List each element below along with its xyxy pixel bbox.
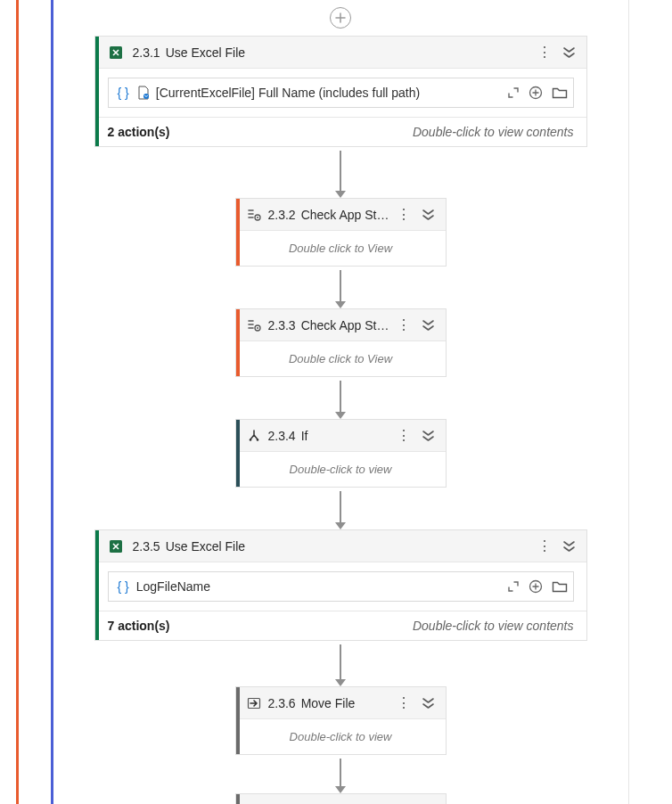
accent-bar — [236, 420, 240, 487]
step-title: Check App St… — [301, 208, 397, 222]
check-app-state-icon — [247, 318, 261, 332]
excel-icon — [108, 45, 124, 61]
activity-header[interactable]: 2.3.3 Check App St… ⋮ — [236, 309, 446, 341]
menu-dots-icon[interactable]: ⋮ — [397, 696, 411, 710]
step-title: Use Excel File — [166, 539, 537, 554]
plus-icon — [335, 12, 346, 23]
flow-connector — [335, 147, 346, 198]
collapse-icon[interactable] — [562, 46, 576, 59]
menu-dots-icon[interactable]: ⋮ — [537, 539, 552, 554]
flow-connector — [335, 377, 346, 419]
flow-connector — [335, 488, 346, 529]
accent-bar — [236, 794, 240, 804]
action-count: 2 action(s) — [108, 125, 170, 139]
outer-rail-blue — [51, 0, 53, 804]
action-count: 7 action(s) — [108, 619, 170, 633]
flow-connector — [335, 641, 346, 686]
footer-hint: Double-click to view contents — [413, 125, 574, 139]
expand-corner-icon[interactable] — [507, 580, 520, 593]
activity-use-excel-file-1[interactable]: 2.3.1 Use Excel File ⋮ { } [CurrentExcel… — [94, 36, 587, 147]
activity-header[interactable]: 2.3.5 Use Excel File ⋮ — [95, 530, 586, 562]
activity-header[interactable]: 2.3.2 Check App St… ⋮ — [236, 199, 446, 231]
step-title: Use Excel File — [166, 45, 537, 60]
excel-path-text: [CurrentExcelFile] Full Name (includes f… — [156, 86, 502, 100]
activity-body-hint: Double-click to view — [236, 719, 446, 754]
collapse-icon[interactable] — [422, 697, 435, 710]
svg-point-8 — [256, 439, 258, 441]
svg-point-7 — [249, 439, 251, 441]
activity-header[interactable]: 2.3.4 If ⋮ — [236, 420, 446, 452]
excel-path-input[interactable]: { } [CurrentExcelFile] Full Name (includ… — [108, 78, 574, 108]
move-file-icon — [247, 696, 261, 710]
activity-footer[interactable]: 7 action(s) Double-click to view content… — [95, 611, 586, 640]
menu-dots-icon[interactable]: ⋮ — [397, 318, 411, 332]
collapse-icon[interactable] — [422, 209, 435, 221]
activity-header[interactable]: 2.3.1 Use Excel File ⋮ — [95, 37, 586, 69]
add-item-circle-icon[interactable] — [529, 579, 543, 594]
if-branch-icon — [247, 429, 261, 443]
collapse-icon[interactable] — [422, 319, 435, 332]
activity-body-hint: Double-click to view — [236, 452, 446, 487]
add-item-circle-icon[interactable] — [529, 86, 543, 100]
check-app-state-icon — [247, 208, 261, 222]
footer-hint: Double-click to view contents — [413, 619, 574, 633]
folder-icon[interactable] — [552, 580, 568, 593]
menu-dots-icon[interactable]: ⋮ — [397, 208, 411, 222]
menu-dots-icon[interactable]: ⋮ — [397, 429, 411, 443]
collapse-icon[interactable] — [562, 540, 576, 553]
step-number: 2.3.2 — [268, 208, 296, 222]
add-activity-button[interactable] — [330, 7, 351, 29]
file-mail-icon — [136, 86, 151, 100]
step-number: 2.3.3 — [268, 318, 296, 332]
expression-braces-icon[interactable]: { } — [116, 86, 131, 100]
activity-footer[interactable]: 2 action(s) Double-click to view content… — [95, 117, 586, 146]
activity-if[interactable]: 2.3.4 If ⋮ Double-click to view — [235, 419, 447, 488]
activity-header[interactable]: 2.3.6 Move File ⋮ — [236, 687, 446, 719]
accent-bar — [236, 309, 240, 376]
activity-check-app-state-1[interactable]: 2.3.2 Check App St… ⋮ Double click to Vi… — [235, 198, 447, 267]
excel-icon — [108, 538, 124, 554]
activity-use-excel-file-2[interactable]: 2.3.5 Use Excel File ⋮ { } LogFileName — [94, 529, 587, 641]
accent-bar — [95, 37, 99, 146]
step-number: 2.3.4 — [268, 429, 296, 443]
step-title: Check App St… — [301, 318, 397, 332]
excel-path-text: LogFileName — [136, 579, 502, 594]
flow-connector — [335, 755, 346, 793]
outer-rail-right — [628, 0, 629, 804]
activity-move-file[interactable]: 2.3.6 Move File ⋮ Double-click to view — [235, 686, 447, 755]
workflow-canvas: 2.3.1 Use Excel File ⋮ { } [CurrentExcel… — [71, 0, 610, 804]
excel-path-input[interactable]: { } LogFileName — [108, 571, 574, 602]
activity-header[interactable]: 2.3.7 Break ⋮ — [236, 794, 446, 804]
step-number: 2.3.6 — [268, 696, 296, 710]
step-number: 2.3.1 — [133, 45, 160, 60]
folder-icon[interactable] — [552, 86, 568, 99]
step-title: If — [301, 429, 397, 443]
svg-point-4 — [257, 217, 258, 218]
step-number: 2.3.5 — [133, 539, 160, 554]
accent-bar — [236, 199, 240, 266]
step-title: Move File — [301, 696, 397, 710]
activity-body-hint: Double click to View — [236, 231, 446, 266]
accent-bar — [236, 687, 240, 754]
activity-break[interactable]: 2.3.7 Break ⋮ — [235, 793, 447, 804]
menu-dots-icon[interactable]: ⋮ — [537, 45, 552, 60]
outer-rail-orange — [16, 0, 19, 804]
activity-body-hint: Double click to View — [236, 341, 446, 376]
collapse-icon[interactable] — [422, 430, 435, 442]
flow-connector — [335, 267, 346, 308]
accent-bar — [95, 530, 99, 640]
expression-braces-icon[interactable]: { } — [116, 579, 131, 594]
svg-point-6 — [257, 327, 258, 329]
activity-check-app-state-2[interactable]: 2.3.3 Check App St… ⋮ Double click to Vi… — [235, 308, 447, 377]
expand-corner-icon[interactable] — [507, 86, 520, 99]
